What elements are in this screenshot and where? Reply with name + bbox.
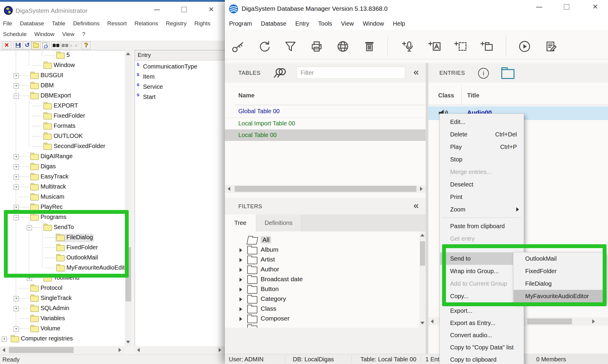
entry-list-item[interactable]: SService (135, 82, 225, 92)
filter-item-partial[interactable] (225, 324, 419, 328)
menu-item-schedule[interactable]: Schedule (3, 31, 27, 38)
scroll-right-icon[interactable] (420, 187, 423, 191)
table-row[interactable]: Global Table 00 (225, 105, 426, 118)
folder-view-icon[interactable] (31, 41, 41, 49)
table-row[interactable]: Local Import Table 00 (225, 118, 426, 129)
menu-item-view[interactable]: View (341, 20, 354, 27)
selection-placeholder-icon[interactable] (454, 40, 467, 53)
info-icon[interactable]: i (478, 68, 489, 79)
scroll-down-icon[interactable] (420, 322, 424, 324)
tree-item[interactable]: Volume (0, 324, 125, 334)
tree-item[interactable]: FixedFolder (0, 111, 125, 121)
expand-icon[interactable] (2, 337, 7, 342)
scroll-up-icon[interactable] (420, 234, 424, 237)
chevron-right-icon[interactable] (240, 248, 242, 252)
tree-item[interactable]: 5 (0, 50, 125, 60)
menu-item-program[interactable]: Program (229, 20, 252, 27)
key-icon[interactable] (231, 40, 245, 53)
scroll-left-icon[interactable] (137, 348, 140, 352)
context-menu-item-delete[interactable]: DeleteCtrl+Del (440, 128, 523, 141)
context-menu-item-deselect[interactable]: Deselect (440, 178, 523, 191)
collapse-tables-icon[interactable] (413, 67, 419, 76)
filter-item[interactable]: Artist (225, 255, 419, 265)
chevron-right-icon[interactable] (240, 297, 242, 301)
scrollbar-thumb[interactable] (527, 318, 572, 324)
filter-item[interactable]: Class (225, 304, 419, 314)
tab-tree[interactable]: Tree (225, 214, 256, 231)
menu-item-window[interactable]: Window (363, 20, 384, 27)
tree-horizontal-scrollbar[interactable] (0, 346, 125, 354)
scroll-left-icon[interactable] (431, 319, 433, 323)
chevron-right-icon[interactable] (240, 287, 242, 292)
record-new-entry-icon[interactable] (402, 40, 415, 53)
menu-item-window[interactable]: Window (34, 31, 55, 38)
filter-item[interactable]: Category (225, 295, 419, 304)
replace-icon[interactable] (69, 41, 78, 49)
filter-item[interactable]: Album (225, 245, 419, 255)
new-window-icon[interactable] (480, 40, 494, 53)
delete-icon[interactable] (2, 41, 11, 49)
context-menu-item-copy-to-copy-data-list[interactable]: Copy to "Copy Data" list (440, 341, 523, 354)
play-icon[interactable] (518, 40, 531, 53)
chevron-right-icon[interactable] (240, 258, 242, 262)
entries-folder-icon[interactable] (501, 69, 514, 79)
filter-item-all[interactable]: All (225, 236, 419, 245)
tree-item[interactable]: DigAIRange (0, 152, 125, 162)
entry-horizontal-scrollbar[interactable] (135, 346, 225, 354)
preview-icon[interactable] (40, 41, 49, 49)
tree-item[interactable]: Variables (0, 314, 125, 324)
help-icon[interactable] (81, 41, 91, 49)
tree-item[interactable]: SingleTrack (0, 293, 125, 304)
menu-item-entry[interactable]: Entry (295, 20, 309, 27)
menu-item-help[interactable]: ? (82, 31, 85, 38)
chevron-right-icon[interactable] (240, 307, 242, 311)
scrollbar-thumb[interactable] (420, 241, 425, 266)
tree-item[interactable]: Protocol (0, 283, 125, 293)
find-icon[interactable] (52, 41, 61, 49)
menu-item-database[interactable]: Database (261, 20, 287, 27)
admin-minimize-button[interactable] (150, 4, 164, 15)
tree-item[interactable]: Musicam (0, 192, 125, 202)
expand-icon[interactable] (14, 175, 19, 180)
filter-icon[interactable] (284, 40, 297, 53)
expand-icon[interactable] (14, 296, 19, 301)
search-tables-icon[interactable] (273, 67, 288, 80)
table-row-selected[interactable]: Local Table 00 (225, 130, 426, 141)
save-icon[interactable] (14, 41, 23, 49)
scrollbar-thumb[interactable] (9, 347, 74, 353)
menu-item-rights[interactable]: Rights (194, 20, 210, 27)
undo-icon[interactable] (23, 41, 32, 49)
scroll-right-icon[interactable] (592, 319, 595, 323)
menu-item-file[interactable]: File (3, 20, 12, 27)
entry-list-item[interactable]: SCommunicationType (135, 62, 225, 72)
tree-item[interactable]: Multitrack (0, 182, 125, 192)
trash-icon[interactable] (363, 40, 376, 53)
collapse-filters-icon[interactable] (413, 201, 419, 210)
refresh-icon[interactable] (258, 40, 271, 53)
expand-icon[interactable] (14, 83, 19, 88)
expand-icon[interactable] (14, 73, 19, 78)
print-icon[interactable] (310, 40, 324, 53)
admin-close-button[interactable] (205, 4, 218, 15)
filter-item[interactable]: Button (225, 285, 419, 295)
scroll-right-icon[interactable] (219, 348, 221, 352)
expand-icon[interactable] (14, 306, 19, 311)
tables-horizontal-scrollbar[interactable] (225, 185, 426, 193)
admin-titlebar[interactable]: DigaSystem Administrator (0, 2, 225, 18)
entry-list-item[interactable]: SItem (135, 72, 225, 82)
context-menu-item-zoom[interactable]: Zoom (440, 203, 523, 216)
tree-item[interactable]: Computer registries (0, 334, 125, 344)
expand-icon[interactable] (14, 164, 19, 169)
manager-close-button[interactable] (589, 1, 602, 12)
menu-item-registry[interactable]: Registry (166, 20, 187, 27)
scroll-up-icon[interactable] (126, 52, 130, 55)
find-next-icon[interactable] (60, 41, 70, 49)
collapse-icon[interactable] (14, 94, 19, 99)
chevron-right-icon[interactable] (240, 268, 242, 272)
entry-list-item[interactable]: SStart (135, 92, 225, 102)
panel-splitter[interactable] (426, 63, 428, 354)
globe-icon[interactable] (336, 40, 350, 53)
tree-vertical-scrollbar[interactable] (125, 50, 132, 346)
chevron-right-icon[interactable] (240, 317, 242, 321)
scroll-left-icon[interactable] (228, 187, 230, 191)
